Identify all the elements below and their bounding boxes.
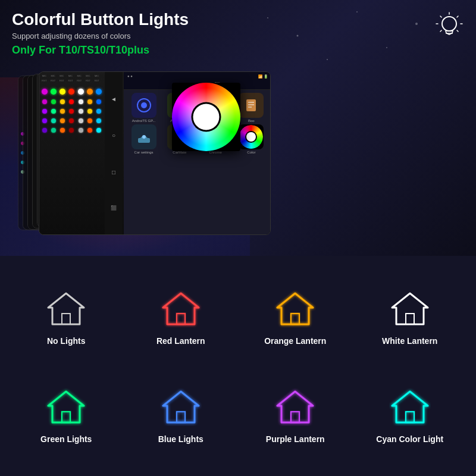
purple-lantern-icon [274,387,316,428]
svg-rect-52 [291,412,299,422]
svg-rect-42 [177,314,185,324]
orange-lantern-label: Orange Lantern [264,336,326,346]
green-lights-label: Green Lights [40,434,92,444]
svg-rect-23 [246,99,256,111]
red-lantern-icon [160,289,202,330]
light-item-purple-lantern[interactable]: Purple Lantern [238,366,353,464]
svg-rect-48 [62,412,70,422]
svg-line-9 [457,16,458,17]
svg-point-5 [327,59,328,60]
svg-point-2 [356,11,358,12]
svg-rect-40 [62,314,70,324]
light-item-no-lights[interactable]: No Lights [9,268,124,366]
header: Colorful Button Lights Support adjusting… [12,11,189,57]
svg-line-14 [440,30,441,32]
svg-rect-27 [138,138,150,143]
orange-lantern-icon [274,289,316,330]
light-item-white-lantern[interactable]: White Lantern [353,268,468,366]
blue-lights-label: Blue Lights [158,434,203,444]
lights-grid: No Lights Red Lantern [0,256,476,476]
page-wrapper: Colorful Button Lights Support adjusting… [0,0,476,476]
light-item-blue-lights[interactable]: Blue Lights [124,366,239,464]
cyan-light-icon [389,387,431,428]
svg-point-4 [415,23,418,25]
color-wheel-overlay[interactable] [172,83,240,151]
svg-point-1 [297,35,299,37]
svg-rect-46 [406,314,414,324]
svg-marker-41 [163,293,199,324]
svg-rect-44 [291,314,299,324]
svg-marker-47 [48,392,84,422]
svg-marker-45 [392,293,428,324]
blue-lights-icon [160,387,202,428]
white-lantern-label: White Lantern [382,336,437,346]
svg-marker-53 [392,392,428,422]
svg-point-3 [386,47,387,48]
svg-point-38 [193,104,220,130]
device-main-panel: MIC MIC MIC MIC MIC MIC MIC RST RST RST … [39,71,271,235]
light-item-cyan-color-light[interactable]: Cyan Color Light [353,366,468,464]
svg-marker-51 [277,392,313,422]
svg-rect-50 [177,412,185,422]
svg-rect-54 [406,412,414,422]
no-lights-icon [45,289,87,330]
svg-point-28 [142,135,146,139]
header-subtitle: Support adjusting dozens of colors [12,32,189,40]
color-wheel-svg [172,83,240,151]
svg-line-12 [440,16,441,17]
no-lights-label: No Lights [47,336,86,346]
svg-point-0 [267,17,268,18]
purple-lantern-label: Purple Lantern [266,434,325,444]
header-model: Only For T10/TS10/T10plus [12,44,189,57]
svg-marker-49 [163,392,199,422]
device-area: MIC MIC MIC MIC MIC MIC MIC RST RST RST … [18,71,464,250]
svg-line-11 [457,30,458,32]
white-lantern-icon [389,289,431,330]
cyan-light-label: Cyan Color Light [376,434,443,444]
bulb-icon [434,12,464,42]
red-lantern-label: Red Lantern [156,336,205,346]
light-item-green-lights[interactable]: Green Lights [9,366,124,464]
light-item-orange-lantern[interactable]: Orange Lantern [238,268,353,366]
svg-point-16 [141,102,147,108]
green-lights-icon [45,387,87,428]
svg-marker-39 [48,293,84,324]
page-title: Colorful Button Lights [12,11,189,29]
svg-marker-43 [277,293,313,324]
light-item-red-lantern[interactable]: Red Lantern [124,268,239,366]
bottom-section: No Lights Red Lantern [0,256,476,476]
svg-point-6 [442,17,456,31]
svg-point-36 [246,132,256,142]
